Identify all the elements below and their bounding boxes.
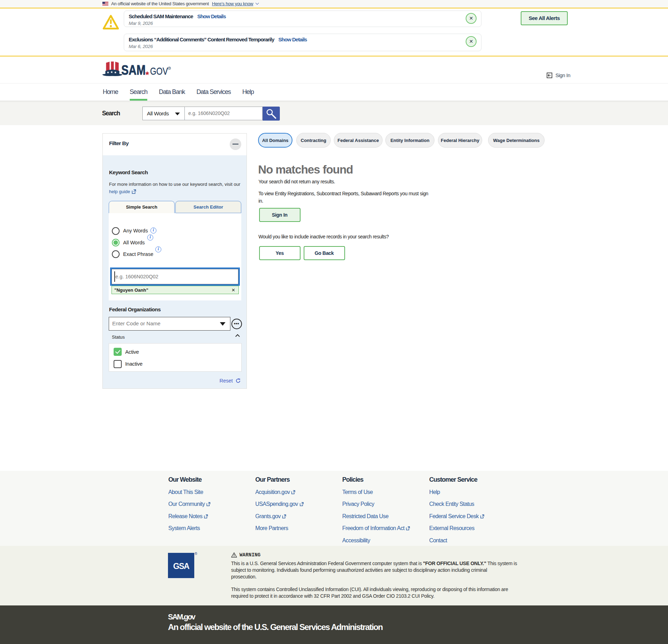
svg-text:R: R (169, 67, 170, 69)
svg-text:GOV: GOV (150, 65, 168, 76)
svg-text:SAM: SAM (121, 62, 146, 76)
